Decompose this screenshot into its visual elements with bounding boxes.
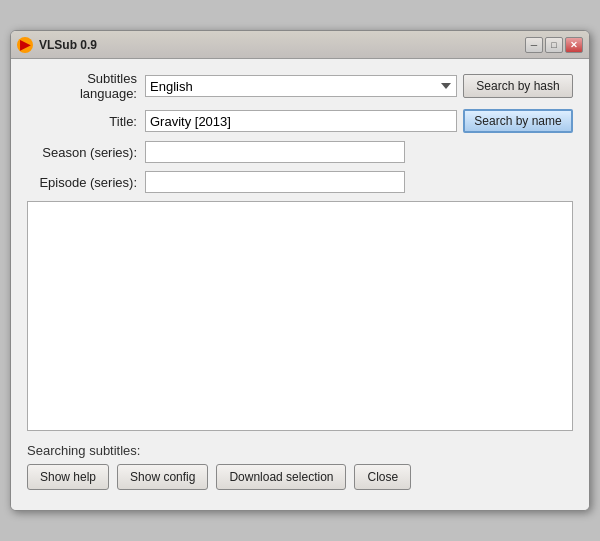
download-selection-button[interactable]: Download selection	[216, 464, 346, 490]
language-select[interactable]: English French Spanish German	[145, 75, 457, 97]
show-config-button[interactable]: Show config	[117, 464, 208, 490]
main-window: ▶ VLSub 0.9 ─ □ ✕ Subtitles language: En…	[10, 30, 590, 511]
title-bar: ▶ VLSub 0.9 ─ □ ✕	[11, 31, 589, 59]
title-label: Title:	[27, 114, 137, 129]
app-icon: ▶	[17, 37, 33, 53]
title-row: Title: Search by name	[27, 109, 573, 133]
search-by-hash-button[interactable]: Search by hash	[463, 74, 573, 98]
bottom-buttons: Show help Show config Download selection…	[27, 464, 573, 498]
content-area: Subtitles language: English French Spani…	[11, 59, 589, 510]
results-list[interactable]	[27, 201, 573, 431]
title-input-area: Search by name	[145, 109, 573, 133]
season-input-area	[145, 141, 573, 163]
language-row: Subtitles language: English French Spani…	[27, 71, 573, 101]
status-text: Searching subtitles:	[27, 443, 140, 458]
window-title: VLSub 0.9	[39, 38, 97, 52]
episode-input-area	[145, 171, 573, 193]
close-window-button[interactable]: ✕	[565, 37, 583, 53]
show-help-button[interactable]: Show help	[27, 464, 109, 490]
window-controls: ─ □ ✕	[525, 37, 583, 53]
episode-input[interactable]	[145, 171, 405, 193]
title-bar-left: ▶ VLSub 0.9	[17, 37, 97, 53]
episode-row: Episode (series):	[27, 171, 573, 193]
maximize-button[interactable]: □	[545, 37, 563, 53]
status-bar: Searching subtitles:	[27, 439, 573, 464]
season-row: Season (series):	[27, 141, 573, 163]
title-input[interactable]	[145, 110, 457, 132]
language-input-area: English French Spanish German Search by …	[145, 74, 573, 98]
language-label: Subtitles language:	[27, 71, 137, 101]
minimize-button[interactable]: ─	[525, 37, 543, 53]
season-input[interactable]	[145, 141, 405, 163]
season-label: Season (series):	[27, 145, 137, 160]
close-button[interactable]: Close	[354, 464, 411, 490]
episode-label: Episode (series):	[27, 175, 137, 190]
search-by-name-button[interactable]: Search by name	[463, 109, 573, 133]
